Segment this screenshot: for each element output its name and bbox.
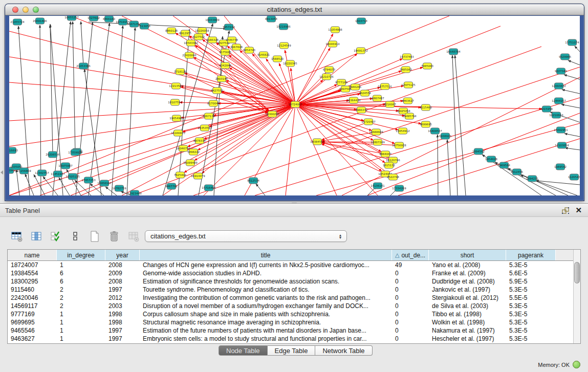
graph-node[interactable]: 7625402 — [174, 172, 186, 178]
graph-node[interactable]: 8912955 — [179, 30, 191, 36]
graph-node[interactable]: 18107554 — [168, 99, 182, 105]
column-visibility-icon[interactable] — [30, 230, 43, 243]
graph-node[interactable]: 2516693 — [9, 147, 18, 154]
graph-node[interactable]: 16033809 — [205, 17, 220, 23]
column-header-in-degree[interactable]: in_degree — [57, 250, 105, 260]
table-scrollbar-thumb[interactable] — [574, 262, 580, 283]
graph-node[interactable]: 9487791 — [165, 183, 178, 189]
column-header-title[interactable]: title — [140, 250, 392, 260]
graph-node[interactable]: 5498222 — [187, 149, 200, 155]
graph-node[interactable]: 1954628 — [485, 156, 498, 162]
graph-node[interactable]: 8215958 — [540, 106, 553, 112]
graph-node[interactable]: 2803144 — [215, 76, 228, 82]
graph-node[interactable]: 7986372 — [355, 107, 367, 113]
graph-node[interactable]: 16409547 — [428, 128, 442, 134]
graph-node[interactable]: 9884067 — [379, 151, 391, 157]
graph-node[interactable]: 11451947 — [51, 171, 64, 177]
graph-node[interactable]: 9699695 — [420, 121, 432, 127]
column-header-year[interactable]: year — [105, 250, 140, 260]
collapse-panel-arrow-icon[interactable] — [1, 170, 3, 174]
column-header-pagerank[interactable]: pagerank — [506, 250, 556, 260]
graph-node[interactable]: 8454743 — [243, 47, 255, 53]
graph-node[interactable]: 1094231 — [526, 176, 538, 182]
graph-node[interactable]: 3624554 — [359, 90, 372, 96]
network-table-select[interactable]: citations_edges.txt ▴▾ — [145, 230, 347, 242]
graph-node[interactable]: 9227343 — [555, 68, 567, 74]
tab-edge-table[interactable]: Edge Table — [268, 345, 316, 356]
graph-node[interactable]: 6938923 — [439, 133, 451, 139]
graph-node[interactable]: 16782759 — [112, 185, 126, 191]
graph-node[interactable]: 7857224 — [223, 24, 235, 30]
graph-node[interactable]: 16646910 — [325, 41, 340, 47]
graph-node[interactable]: 6794073 — [323, 67, 335, 73]
graph-node[interactable]: 18757516 — [378, 83, 392, 90]
column-header-name[interactable]: name — [8, 250, 57, 260]
graph-node[interactable]: 1603714 — [355, 18, 368, 24]
table-row[interactable]: 1872400712008Changes of HCN gene express… — [8, 261, 580, 269]
delete-table-icon[interactable] — [127, 230, 140, 243]
graph-node[interactable]: 21055724 — [10, 19, 25, 25]
graph-node[interactable]: 8860128 — [165, 28, 178, 34]
graph-node[interactable]: 9242848 — [219, 62, 232, 69]
graph-node[interactable]: 15692951 — [554, 127, 568, 133]
memory-status-indicator[interactable] — [573, 361, 580, 368]
graph-node[interactable]: 17334269 — [392, 185, 406, 191]
table-row[interactable]: 2242004622012Investigating the contribut… — [8, 294, 580, 302]
graph-node[interactable]: 7485083 — [421, 63, 433, 69]
graph-node[interactable]: 11054808 — [328, 27, 342, 33]
delete-column-icon[interactable] — [107, 230, 121, 243]
column-header-short[interactable]: short — [429, 250, 506, 260]
graph-node[interactable]: 14136141 — [371, 183, 384, 189]
graph-node[interactable]: 1894562 — [472, 148, 485, 155]
graph-node[interactable]: 6216067 — [384, 101, 396, 107]
graph-node[interactable]: 16648784 — [446, 49, 461, 55]
graph-node[interactable]: 12124549 — [277, 42, 291, 49]
table-row[interactable]: 1938455462009Genome-wide association stu… — [8, 269, 580, 277]
graph-node[interactable]: 12444157 — [552, 98, 565, 104]
tab-network-table[interactable]: Network Table — [315, 345, 372, 356]
graph-node[interactable]: 12103054 — [555, 142, 569, 148]
tab-node-table[interactable]: Node Table — [219, 345, 268, 356]
column-header-out-de-[interactable]: △out_de... — [392, 250, 429, 260]
graph-node[interactable]: 8186328 — [206, 37, 219, 43]
graph-node[interactable]: 1969584 — [498, 162, 511, 168]
new-column-icon[interactable] — [88, 230, 101, 243]
graph-node[interactable]: 8170044 — [207, 100, 220, 106]
graph-node[interactable]: 19691372 — [354, 48, 367, 54]
graph-node[interactable]: 7946266 — [349, 84, 362, 90]
graph-node[interactable]: 19654982 — [169, 115, 183, 121]
float-panel-icon[interactable] — [561, 207, 570, 215]
graph-node[interactable]: 7513054 — [138, 23, 151, 29]
graph-node[interactable]: 17957253 — [81, 177, 95, 183]
graph-node[interactable]: 9463627 — [402, 98, 414, 104]
table-row[interactable]: 969969511998Structural magnetic resonanc… — [8, 318, 580, 326]
table-row[interactable]: 946554611997Estimation of the future num… — [8, 326, 580, 335]
graph-node[interactable]: 8427552 — [211, 87, 223, 94]
graph-node[interactable]: 1527602 — [88, 16, 100, 21]
network-window-titlebar[interactable]: citations_edges.txt — [5, 4, 584, 15]
graph-node[interactable]: 2012456 — [511, 169, 524, 175]
graph-node[interactable]: 9612534 — [247, 178, 260, 184]
table-scrollbar[interactable] — [573, 250, 580, 343]
graph-node[interactable]: 1089542 — [554, 164, 567, 170]
graph-node[interactable]: 16099489 — [183, 160, 198, 166]
graph-node[interactable]: 8466160 — [103, 16, 116, 22]
graph-node[interactable]: 18226058 — [195, 28, 209, 34]
select-all-icon[interactable] — [49, 230, 62, 243]
graph-node[interactable]: 10807487 — [370, 95, 384, 101]
table-row[interactable]: 1456911722003Disruption of a novel membe… — [8, 302, 580, 310]
table-settings-icon[interactable] — [10, 230, 24, 243]
network-canvas[interactable]: 1872400718300295193845548860128891295518… — [9, 16, 580, 195]
graph-node[interactable]: 20206536 — [46, 151, 60, 158]
graph-node[interactable]: 20691406 — [33, 18, 47, 24]
table-row[interactable]: 1830029562008Estimation of significance … — [8, 277, 580, 286]
graph-node[interactable]: 10655257 — [64, 16, 78, 20]
graph-node[interactable]: 16914479 — [191, 173, 205, 179]
graph-node[interactable]: 9127502 — [192, 34, 205, 40]
table-row[interactable]: 911546021997Tourette syndrome. Phenomeno… — [8, 286, 580, 294]
graph-node[interactable]: 12093832 — [552, 83, 565, 89]
graph-node[interactable]: 19218986 — [276, 24, 291, 30]
graph-node[interactable]: 9777169 — [335, 79, 348, 85]
graph-node[interactable]: 16210643 — [549, 112, 563, 118]
table-row[interactable]: 977716911998Corpus callosum shape and si… — [8, 310, 580, 318]
